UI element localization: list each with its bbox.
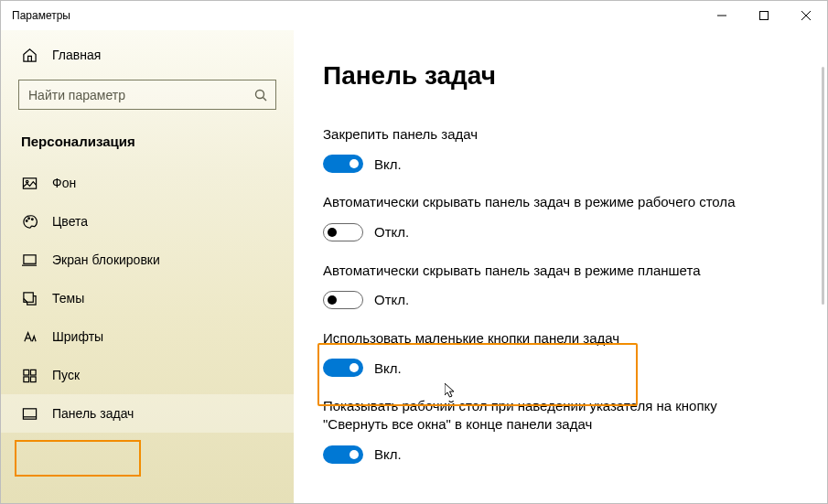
toggle-small-buttons[interactable] — [323, 359, 363, 377]
lock-screen-icon — [21, 252, 38, 268]
home-icon — [21, 47, 38, 63]
sidebar-item-label: Цвета — [52, 214, 88, 229]
svg-rect-16 — [23, 376, 28, 381]
close-button[interactable] — [785, 1, 827, 30]
sidebar-item-taskbar[interactable]: Панель задач — [1, 394, 294, 433]
toggle-state: Откл. — [374, 292, 409, 307]
toggle-state: Вкл. — [374, 446, 402, 462]
sidebar-item-start[interactable]: Пуск — [1, 356, 294, 394]
taskbar-icon — [21, 405, 38, 422]
sidebar-item-label: Шрифты — [52, 329, 103, 344]
window-title: Параметры — [12, 9, 70, 22]
image-icon — [21, 175, 38, 191]
sidebar: Главная Персонализация Фон — [1, 30, 294, 503]
sidebar-item-themes[interactable]: Темы — [1, 279, 294, 317]
setting-autohide-desktop: Автоматически скрывать панель задач в ре… — [323, 193, 812, 241]
toggle-state: Вкл. — [374, 360, 402, 376]
setting-label: Использовать маленькие кнопки панели зад… — [323, 329, 785, 348]
sidebar-item-label: Пуск — [52, 368, 80, 382]
category-heading: Персонализация — [1, 124, 294, 158]
main-content: Панель задач Закрепить панель задач Вкл.… — [294, 30, 827, 503]
setting-label: Автоматически скрывать панель задач в ре… — [323, 193, 785, 211]
toggle-lock-taskbar[interactable] — [323, 155, 363, 173]
start-icon — [21, 367, 38, 383]
sidebar-item-label: Экран блокировки — [52, 252, 160, 267]
svg-point-8 — [26, 220, 27, 221]
svg-rect-17 — [30, 376, 36, 381]
themes-icon — [21, 290, 38, 306]
palette-icon — [21, 213, 38, 230]
sidebar-item-label: Фон — [52, 176, 76, 190]
maximize-button[interactable] — [743, 1, 785, 30]
nav-list: Фон Цвета Экран блокировки Темы — [1, 158, 294, 436]
scrollbar[interactable] — [822, 67, 824, 305]
setting-small-buttons: Использовать маленькие кнопки панели зад… — [323, 329, 812, 377]
svg-rect-1 — [760, 12, 769, 20]
setting-label: Автоматически скрывать панель задач в ре… — [323, 262, 785, 280]
toggle-autohide-tablet[interactable] — [323, 291, 363, 309]
svg-point-10 — [31, 218, 33, 220]
sidebar-item-fonts[interactable]: Шрифты — [1, 317, 294, 356]
sidebar-item-background[interactable]: Фон — [1, 164, 294, 202]
page-title: Панель задач — [323, 61, 812, 91]
svg-rect-18 — [23, 408, 36, 418]
setting-label: Показывать рабочий стол при наведении ук… — [323, 397, 785, 434]
close-icon — [801, 11, 811, 20]
settings-window: Параметры Главная — [0, 0, 828, 504]
setting-peek-desktop: Показывать рабочий стол при наведении ук… — [323, 397, 812, 464]
setting-autohide-tablet: Автоматически скрывать панель задач в ре… — [323, 262, 812, 309]
sidebar-item-colors[interactable]: Цвета — [1, 202, 294, 241]
setting-lock-taskbar: Закрепить панель задач Вкл. — [323, 125, 812, 173]
sidebar-item-label: Панель задач — [52, 406, 134, 421]
minimize-icon — [717, 11, 726, 20]
home-link[interactable]: Главная — [1, 38, 294, 72]
fonts-icon — [21, 328, 38, 345]
svg-rect-14 — [23, 370, 28, 375]
search-input[interactable] — [18, 80, 276, 110]
toggle-state: Откл. — [374, 224, 409, 240]
sidebar-item-label: Темы — [52, 291, 84, 306]
svg-point-7 — [26, 180, 27, 182]
maximize-icon — [759, 11, 769, 20]
svg-rect-15 — [30, 370, 36, 375]
svg-rect-11 — [23, 254, 35, 263]
toggle-peek-desktop[interactable] — [323, 445, 363, 464]
svg-point-9 — [27, 217, 29, 219]
sidebar-item-lockscreen[interactable]: Экран блокировки — [1, 241, 294, 279]
minimize-button[interactable] — [701, 1, 743, 30]
toggle-state: Вкл. — [374, 156, 402, 172]
toggle-autohide-desktop[interactable] — [323, 223, 363, 241]
setting-label: Закрепить панель задач — [323, 125, 785, 144]
titlebar: Параметры — [1, 1, 827, 30]
home-label: Главная — [52, 48, 101, 62]
